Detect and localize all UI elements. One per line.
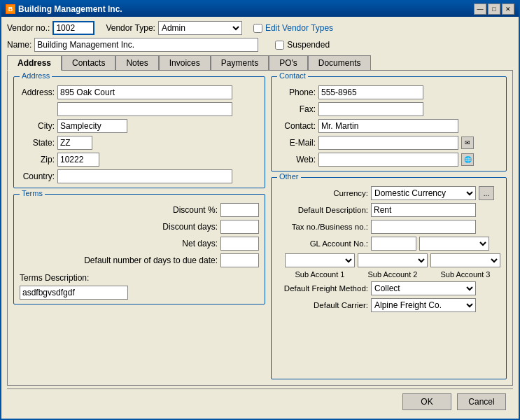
vendor-no-row: Vendor no.: xyxy=(7,21,94,35)
name-input[interactable] xyxy=(34,38,258,52)
tax-no-row: Tax no./Business no.: xyxy=(277,220,500,234)
terms-section-label: Terms xyxy=(20,189,45,197)
suspended-label: Suspended xyxy=(287,40,330,50)
tab-contacts[interactable]: Contacts xyxy=(62,55,115,71)
freight-method-label: Default Freight Method: xyxy=(277,284,368,293)
gl-sub-select3[interactable] xyxy=(430,253,500,267)
top-fields: Vendor no.: Vendor Type: Admin Standard … xyxy=(7,21,513,35)
discount-pct-label: Discount %: xyxy=(173,205,218,215)
city-input[interactable] xyxy=(57,119,127,133)
vendor-type-row: Vendor Type: Admin Standard Other xyxy=(106,21,242,35)
address-label: Address: xyxy=(20,88,55,97)
address-line1-input[interactable] xyxy=(57,85,232,99)
country-input[interactable] xyxy=(57,169,232,183)
default-days-input[interactable] xyxy=(220,253,259,267)
currency-dots-button[interactable]: ... xyxy=(479,186,494,200)
bottom-bar: OK Cancel xyxy=(7,388,513,414)
currency-select[interactable]: Domestic Currency USD EUR xyxy=(371,186,476,200)
gl-sub-select2[interactable] xyxy=(358,253,428,267)
terms-desc-input-row xyxy=(20,286,259,300)
currency-label: Currency: xyxy=(277,189,368,197)
zip-input[interactable] xyxy=(57,153,99,167)
phone-input[interactable] xyxy=(318,85,423,99)
discount-pct-row: Discount %: xyxy=(20,203,259,217)
gl-select[interactable] xyxy=(419,237,489,251)
freight-method-select[interactable]: Collect Prepaid Third Party xyxy=(371,281,476,295)
ok-button[interactable]: OK xyxy=(402,393,451,410)
net-days-input[interactable] xyxy=(220,237,259,251)
minimize-button[interactable]: — xyxy=(474,4,486,15)
tab-invoices[interactable]: Invoices xyxy=(159,55,211,71)
discount-pct-input[interactable] xyxy=(220,203,259,217)
sub-labels-row: Sub Account 1 Sub Account 2 Sub Account … xyxy=(277,270,500,279)
cancel-button[interactable]: Cancel xyxy=(457,393,506,410)
tax-no-label: Tax no./Business no.: xyxy=(277,223,368,231)
sub-account2-label: Sub Account 2 xyxy=(358,270,428,279)
address-line1-row: Address: xyxy=(20,85,259,99)
name-row: Name: Suspended xyxy=(7,38,513,52)
net-days-row: Net days: xyxy=(20,237,259,251)
other-fields: Currency: Domestic Currency USD EUR ... … xyxy=(277,186,500,312)
app-icon: B xyxy=(6,4,15,14)
sub-account1-label: Sub Account 1 xyxy=(285,270,355,279)
tab-documents[interactable]: Documents xyxy=(308,55,372,71)
email-button[interactable]: ✉ xyxy=(461,136,474,149)
maximize-button[interactable]: □ xyxy=(488,4,500,15)
tab-payments[interactable]: Payments xyxy=(211,55,269,71)
state-label: State: xyxy=(20,138,55,148)
address-line2-input[interactable] xyxy=(57,102,232,116)
state-input[interactable] xyxy=(57,136,92,150)
gl-account-input[interactable] xyxy=(371,237,416,251)
main-window: B Building Management Inc. — □ ✕ Vendor … xyxy=(0,0,520,420)
suspended-checkbox[interactable] xyxy=(275,41,284,50)
tab-address[interactable]: Address xyxy=(7,55,62,71)
currency-row: Currency: Domestic Currency USD EUR ... xyxy=(277,186,500,200)
vendor-type-select[interactable]: Admin Standard Other xyxy=(158,21,242,35)
terms-desc-input[interactable] xyxy=(20,286,128,300)
gl-sub-select1[interactable] xyxy=(285,253,355,267)
discount-days-input[interactable] xyxy=(220,220,259,234)
net-days-label: Net days: xyxy=(182,239,218,248)
country-row: Country: xyxy=(20,169,259,183)
terms-desc-row: Terms Description: xyxy=(20,273,259,283)
address-line2-row xyxy=(20,102,259,116)
name-label: Name: xyxy=(7,40,31,50)
window-title: Building Management Inc. xyxy=(18,4,122,14)
fax-label: Fax: xyxy=(277,104,316,114)
vendor-no-input[interactable] xyxy=(52,21,94,35)
tabs-container: Address Contacts Notes Invoices Payments… xyxy=(7,55,513,386)
contact-section: Contact Phone: Fax: Contact: xyxy=(271,76,507,172)
default-days-row: Default number of days to due date: xyxy=(20,253,259,267)
web-input[interactable] xyxy=(318,153,458,167)
email-input[interactable] xyxy=(318,136,458,150)
carrier-select[interactable]: Alpine Freight Co. FedEx UPS xyxy=(371,298,476,312)
title-buttons: — □ ✕ xyxy=(474,4,514,15)
web-row: Web: 🌐 xyxy=(277,153,500,167)
right-panel: Contact Phone: Fax: Contact: xyxy=(271,76,507,379)
tab-notes[interactable]: Notes xyxy=(115,55,158,71)
edit-vendor-types-link[interactable]: Edit Vendor Types xyxy=(265,23,333,33)
tab-pos[interactable]: PO's xyxy=(269,55,308,71)
phone-label: Phone: xyxy=(277,88,316,97)
carrier-row: Default Carrier: Alpine Freight Co. FedE… xyxy=(277,298,500,312)
web-button[interactable]: 🌐 xyxy=(461,153,474,166)
fax-input[interactable] xyxy=(318,102,423,116)
country-label: Country: xyxy=(20,172,55,181)
default-desc-input[interactable] xyxy=(371,203,476,217)
default-days-label: Default number of days to due date: xyxy=(84,255,218,265)
close-button[interactable]: ✕ xyxy=(502,4,514,15)
tab-bar: Address Contacts Notes Invoices Payments… xyxy=(7,55,513,70)
contact-label: Contact: xyxy=(277,121,316,131)
main-content: Vendor no.: Vendor Type: Admin Standard … xyxy=(1,17,519,419)
edit-vendor-types-checkbox[interactable] xyxy=(253,24,262,33)
contact-input[interactable] xyxy=(318,119,458,133)
email-label: E-Mail: xyxy=(277,138,316,148)
tax-no-input[interactable] xyxy=(371,220,476,234)
contact-section-label: Contact xyxy=(277,71,308,80)
zip-row: Zip: xyxy=(20,153,259,167)
contact-fields: Phone: Fax: Contact: xyxy=(277,85,500,167)
left-panel: Address Address: City: xyxy=(13,76,265,379)
edit-vendor-types-row: Edit Vendor Types xyxy=(253,23,333,33)
contact-row-field: Contact: xyxy=(277,119,500,133)
title-bar: B Building Management Inc. — □ ✕ xyxy=(1,1,519,17)
